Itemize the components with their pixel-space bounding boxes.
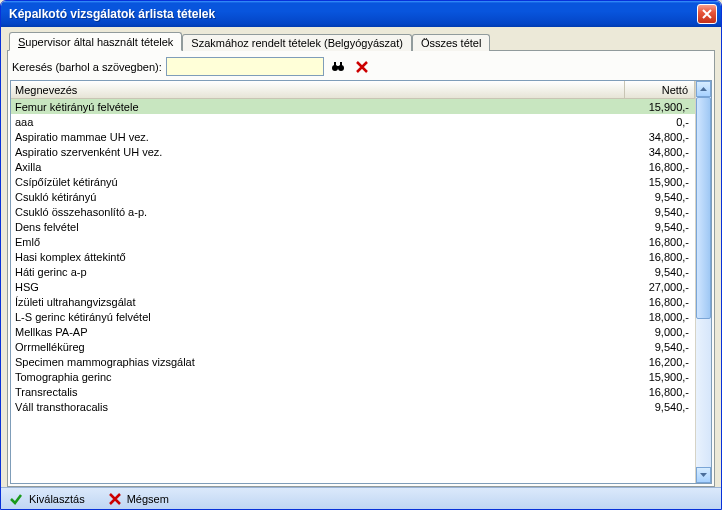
check-green-icon bbox=[9, 492, 23, 506]
table-row[interactable]: Transrectalis16,800,- bbox=[11, 384, 695, 399]
cell-price: 9,540,- bbox=[625, 191, 695, 203]
svg-rect-4 bbox=[336, 66, 340, 68]
cell-price: 16,800,- bbox=[625, 236, 695, 248]
table-row[interactable]: Ízületi ultrahangvizsgálat16,800,- bbox=[11, 294, 695, 309]
tab-panel: Keresés (barhol a szövegben): bbox=[7, 50, 715, 487]
cell-name: Transrectalis bbox=[11, 386, 625, 398]
grid-header: Megnevezés Nettó bbox=[11, 81, 695, 99]
table-row[interactable]: Váll transthoracalis9,540,- bbox=[11, 399, 695, 414]
binoculars-icon bbox=[331, 60, 345, 74]
cell-price: 15,900,- bbox=[625, 371, 695, 383]
table-row[interactable]: Femur kétirányú felvétele15,900,- bbox=[11, 99, 695, 114]
footer-bar: Kiválasztás Mégsem bbox=[1, 487, 721, 509]
cell-price: 27,000,- bbox=[625, 281, 695, 293]
table-row[interactable]: Csípőízület kétirányú15,900,- bbox=[11, 174, 695, 189]
column-header-price[interactable]: Nettó bbox=[625, 81, 695, 98]
table-row[interactable]: Csukló kétirányú9,540,- bbox=[11, 189, 695, 204]
table-row[interactable]: L-S gerinc kétirányú felvétel18,000,- bbox=[11, 309, 695, 324]
table-row[interactable]: Mellkas PA-AP9,000,- bbox=[11, 324, 695, 339]
cell-price: 9,540,- bbox=[625, 401, 695, 413]
svg-rect-2 bbox=[334, 62, 336, 66]
table-row[interactable]: Hasi komplex áttekintő16,800,- bbox=[11, 249, 695, 264]
cell-price: 34,800,- bbox=[625, 146, 695, 158]
cell-price: 16,200,- bbox=[625, 356, 695, 368]
cell-price: 15,900,- bbox=[625, 101, 695, 113]
cell-name: Emlő bbox=[11, 236, 625, 248]
clear-search-button[interactable] bbox=[352, 58, 372, 76]
cell-price: 16,800,- bbox=[625, 386, 695, 398]
search-input[interactable] bbox=[166, 57, 324, 76]
search-button[interactable] bbox=[328, 58, 348, 76]
cell-name: Aspiratio mammae UH vez. bbox=[11, 131, 625, 143]
arrow-up-icon bbox=[700, 87, 707, 91]
table-row[interactable]: Tomographia gerinc15,900,- bbox=[11, 369, 695, 384]
search-label: Keresés (barhol a szövegben): bbox=[12, 61, 162, 73]
cell-price: 16,800,- bbox=[625, 251, 695, 263]
table-row[interactable]: Csukló összehasonlító a-p.9,540,- bbox=[11, 204, 695, 219]
price-grid: Megnevezés Nettó Femur kétirányú felvéte… bbox=[10, 80, 712, 484]
column-header-name[interactable]: Megnevezés bbox=[11, 81, 625, 98]
cell-name: HSG bbox=[11, 281, 625, 293]
cell-price: 16,800,- bbox=[625, 296, 695, 308]
cell-name: Mellkas PA-AP bbox=[11, 326, 625, 338]
table-row[interactable]: Axilla16,800,- bbox=[11, 159, 695, 174]
grid-body: Megnevezés Nettó Femur kétirányú felvéte… bbox=[11, 81, 695, 483]
cell-price: 16,800,- bbox=[625, 161, 695, 173]
table-row[interactable]: Aspiratio mammae UH vez.34,800,- bbox=[11, 129, 695, 144]
window-title: Képalkotó vizsgálatok árlista tételek bbox=[9, 7, 697, 21]
close-icon bbox=[702, 9, 712, 19]
cell-name: Váll transthoracalis bbox=[11, 401, 625, 413]
tab-osszes[interactable]: Összes tétel bbox=[412, 34, 491, 51]
table-row[interactable]: HSG27,000,- bbox=[11, 279, 695, 294]
cell-name: Tomographia gerinc bbox=[11, 371, 625, 383]
window: Képalkotó vizsgálatok árlista tételek Su… bbox=[0, 0, 722, 510]
scroll-track[interactable] bbox=[696, 97, 711, 467]
x-red-icon bbox=[109, 493, 121, 505]
cell-name: Dens felvétel bbox=[11, 221, 625, 233]
cell-name: Axilla bbox=[11, 161, 625, 173]
vertical-scrollbar[interactable] bbox=[695, 81, 711, 483]
scroll-down-button[interactable] bbox=[696, 467, 711, 483]
tab-szakmahoz[interactable]: Szakmához rendelt tételek (Belgyógyászat… bbox=[182, 34, 412, 51]
cell-price: 15,900,- bbox=[625, 176, 695, 188]
titlebar: Képalkotó vizsgálatok árlista tételek bbox=[1, 1, 721, 27]
cell-name: Csukló összehasonlító a-p. bbox=[11, 206, 625, 218]
cell-name: Csípőízület kétirányú bbox=[11, 176, 625, 188]
cell-name: aaa bbox=[11, 116, 625, 128]
cell-name: Csukló kétirányú bbox=[11, 191, 625, 203]
cell-price: 0,- bbox=[625, 116, 695, 128]
search-bar: Keresés (barhol a szövegben): bbox=[10, 53, 712, 80]
cell-name: Orrmelléküreg bbox=[11, 341, 625, 353]
cell-name: Specimen mammographias vizsgálat bbox=[11, 356, 625, 368]
cell-name: Ízületi ultrahangvizsgálat bbox=[11, 296, 625, 308]
table-row[interactable]: aaa0,- bbox=[11, 114, 695, 129]
cell-price: 9,540,- bbox=[625, 221, 695, 233]
table-row[interactable]: Specimen mammographias vizsgálat16,200,- bbox=[11, 354, 695, 369]
close-button[interactable] bbox=[697, 4, 717, 24]
svg-rect-3 bbox=[340, 62, 342, 66]
table-row[interactable]: Emlő16,800,- bbox=[11, 234, 695, 249]
cell-name: Háti gerinc a-p bbox=[11, 266, 625, 278]
cell-price: 9,540,- bbox=[625, 266, 695, 278]
cell-name: Hasi komplex áttekintő bbox=[11, 251, 625, 263]
table-row[interactable]: Dens felvétel9,540,- bbox=[11, 219, 695, 234]
x-red-icon bbox=[356, 61, 368, 73]
content-area: Supervisor által használt tételek Szakmá… bbox=[1, 27, 721, 487]
cell-price: 9,000,- bbox=[625, 326, 695, 338]
cell-name: Aspiratio szervenként UH vez. bbox=[11, 146, 625, 158]
tab-supervisor[interactable]: Supervisor által használt tételek bbox=[9, 32, 182, 51]
tab-strip: Supervisor által használt tételek Szakmá… bbox=[7, 31, 715, 51]
table-row[interactable]: Orrmelléküreg9,540,- bbox=[11, 339, 695, 354]
scroll-thumb[interactable] bbox=[696, 97, 711, 319]
cell-price: 9,540,- bbox=[625, 341, 695, 353]
arrow-down-icon bbox=[700, 473, 707, 477]
table-row[interactable]: Aspiratio szervenként UH vez.34,800,- bbox=[11, 144, 695, 159]
table-row[interactable]: Háti gerinc a-p9,540,- bbox=[11, 264, 695, 279]
cell-price: 18,000,- bbox=[625, 311, 695, 323]
cell-price: 34,800,- bbox=[625, 131, 695, 143]
cell-price: 9,540,- bbox=[625, 206, 695, 218]
cancel-button[interactable]: Mégsem bbox=[109, 493, 169, 505]
cell-name: Femur kétirányú felvétele bbox=[11, 101, 625, 113]
scroll-up-button[interactable] bbox=[696, 81, 711, 97]
select-button[interactable]: Kiválasztás bbox=[9, 492, 85, 506]
